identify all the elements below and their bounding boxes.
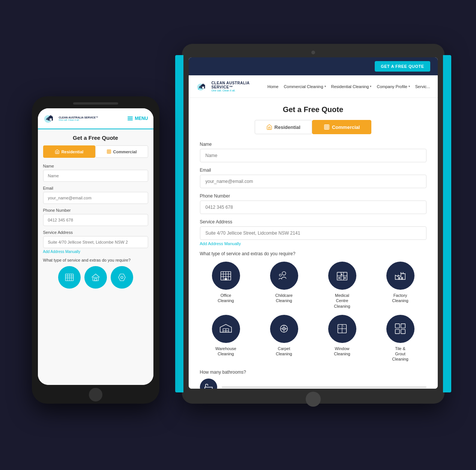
service-window[interactable]: WindowCleaning — [316, 315, 368, 362]
nav-home[interactable]: Home — [267, 84, 278, 89]
nav-commercial-cleaning[interactable]: Commercial Cleaning▾ — [284, 84, 326, 89]
childcare-icon — [277, 269, 291, 283]
service-carpet[interactable]: CarpetCleaning — [258, 315, 310, 362]
get-free-quote-button[interactable]: GET A FREE QUOTE — [375, 61, 430, 72]
carpet-circle — [270, 315, 298, 343]
svg-rect-51 — [95, 278, 97, 281]
phone-name-input[interactable] — [43, 170, 148, 182]
service-warehouse[interactable]: WarehouseCleaning — [200, 315, 252, 362]
svg-rect-38 — [50, 118, 52, 121]
hamburger-line-3 — [128, 120, 133, 120]
service-childcare[interactable]: ChildcareCleaning — [258, 262, 310, 309]
phone-address-group: Service Address Add Address Manually — [43, 230, 148, 254]
email-field-group: Email — [200, 168, 426, 188]
hamburger-line-1 — [128, 117, 133, 117]
form-title: Get a Free Quote — [200, 105, 426, 114]
service-medical[interactable]: MedicalCentreCleaning — [316, 262, 368, 309]
service-type-grid: OfficeCleaning ChildcareCleanin — [200, 262, 426, 362]
phone-tab-commercial-label: Commercial — [113, 150, 137, 154]
warehouse-icon — [219, 322, 233, 336]
childcare-label: ChildcareCleaning — [275, 293, 293, 304]
nav-services[interactable]: Servic... — [415, 84, 430, 89]
phone-service-row — [43, 266, 148, 289]
phone-tab-commercial[interactable]: Commercial — [95, 145, 148, 158]
factory-label: FactoryCleaning — [392, 293, 408, 304]
phone-building-icon — [107, 149, 111, 154]
phone-home-service-icon — [90, 272, 101, 283]
address-input[interactable] — [200, 226, 426, 240]
phone-add-address-link[interactable]: Add Address Manually — [43, 250, 148, 254]
svg-rect-20 — [339, 277, 340, 278]
tab-residential[interactable]: Residential — [255, 120, 312, 134]
hamburger-icon — [128, 117, 133, 120]
nav-company-profile[interactable]: Company Profile▾ — [377, 84, 410, 89]
service-tabs: Residential Commercial — [200, 120, 426, 134]
office-icon — [219, 269, 233, 283]
email-label: Email — [200, 168, 426, 173]
grout-circle — [386, 315, 414, 343]
tablet-home-button[interactable] — [306, 392, 321, 407]
phone-logo-text-block: CLEAN AUSTRALIA SERVICE™ One call. Clean… — [59, 116, 99, 121]
phone-menu-button[interactable]: MENU — [128, 116, 148, 121]
warehouse-label: WarehouseCleaning — [215, 346, 236, 357]
phone-phone-input[interactable] — [43, 214, 148, 226]
window-icon — [335, 322, 349, 336]
childcare-circle — [270, 262, 298, 290]
bathroom-slider-thumb — [200, 379, 217, 389]
service-office[interactable]: OfficeCleaning — [200, 262, 252, 309]
name-field-group: Name — [200, 142, 426, 162]
phone-service-office[interactable] — [58, 266, 81, 289]
phone-email-input[interactable] — [43, 192, 148, 204]
svg-rect-13 — [225, 278, 227, 280]
nav-residential-cleaning[interactable]: Residential Cleaning▾ — [331, 84, 372, 89]
phone-address-input[interactable] — [43, 236, 148, 248]
window-label: WindowCleaning — [334, 346, 350, 357]
phone-name-label: Name — [43, 164, 148, 168]
svg-rect-1 — [202, 87, 204, 88]
grout-icon — [393, 322, 407, 336]
warehouse-circle — [212, 315, 240, 343]
phone-home-icon — [55, 149, 60, 154]
tablet-topbar: GET A FREE QUOTE — [189, 57, 438, 75]
svg-rect-39 — [107, 150, 111, 154]
tablet-screen: GET A FREE QUOTE CLEAN AUSTRALIA SERVICE… — [189, 57, 438, 389]
phone-phone-group: Phone Number — [43, 208, 148, 226]
phone-input[interactable] — [200, 201, 426, 214]
phone-tab-residential[interactable]: Residential — [43, 145, 95, 158]
bath-icon — [204, 383, 213, 389]
phone-home-button[interactable] — [89, 388, 102, 401]
phone-address-label: Service Address — [43, 230, 148, 235]
service-factory[interactable]: FactoryCleaning — [374, 262, 426, 309]
carpet-label: CarpetCleaning — [276, 346, 292, 357]
tab-commercial[interactable]: Commercial — [312, 120, 371, 134]
svg-rect-35 — [395, 329, 399, 334]
phone-field-group: Phone Number — [200, 193, 426, 214]
svg-rect-33 — [395, 324, 399, 328]
office-label: OfficeCleaning — [218, 293, 234, 304]
tab-commercial-label: Commercial — [332, 124, 360, 130]
phone-service-extra[interactable] — [111, 266, 133, 289]
add-address-link[interactable]: Add Address Manually — [200, 241, 426, 246]
phone-logo-icon — [43, 113, 57, 124]
bathroom-slider-track[interactable] — [222, 386, 426, 388]
phone-logo-sub: One call. Clean it all. — [59, 119, 99, 121]
tablet-device: GET A FREE QUOTE CLEAN AUSTRALIA SERVICE… — [182, 44, 444, 404]
svg-rect-36 — [401, 329, 405, 334]
email-input[interactable] — [200, 175, 426, 188]
service-grout[interactable]: Tile &GroutCleaning — [374, 315, 426, 362]
phone-device: CLEAN AUSTRALIA SERVICE™ One call. Clean… — [32, 96, 159, 404]
svg-rect-50 — [93, 277, 98, 281]
tablet-camera — [311, 51, 315, 54]
logo-icon — [196, 80, 209, 93]
phone-home-circle — [84, 266, 107, 289]
office-circle — [212, 262, 240, 290]
name-input[interactable] — [200, 149, 426, 162]
bathroom-slider[interactable] — [200, 379, 426, 389]
factory-circle — [386, 262, 414, 290]
svg-point-52 — [121, 276, 123, 278]
phone-logo-main: CLEAN AUSTRALIA SERVICE™ — [59, 116, 99, 119]
phone-service-home[interactable] — [84, 266, 107, 289]
phone-service-question: What type of service and extras do you r… — [43, 258, 148, 262]
medical-circle — [328, 262, 356, 290]
home-icon — [266, 124, 272, 130]
